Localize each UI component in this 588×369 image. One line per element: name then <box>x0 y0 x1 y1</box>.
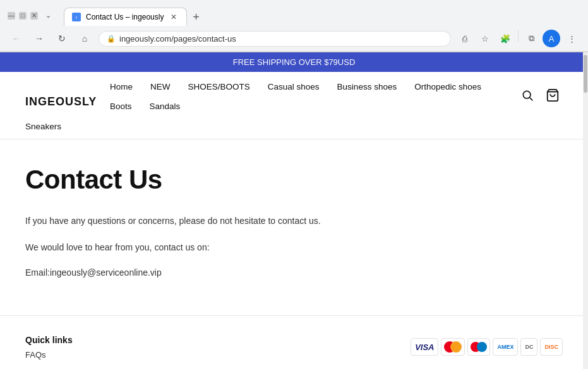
payment-maestro <box>467 338 490 356</box>
site-footer: Quick links FAQs VISA <box>0 315 588 369</box>
scrollbar-thumb[interactable] <box>584 55 587 93</box>
active-tab[interactable]: i Contact Us – ingeously ✕ <box>64 8 187 26</box>
faqs-link[interactable]: FAQs <box>25 350 73 360</box>
collapse-icon: ⌄ <box>45 11 51 20</box>
svg-line-1 <box>530 98 533 101</box>
tab-title: Contact Us – ingeously <box>86 13 164 21</box>
profile-button[interactable]: A <box>543 30 560 47</box>
extensions-button[interactable]: 🧩 <box>496 30 514 47</box>
toolbar-actions: ⎙ ☆ 🧩 ⧉ A ⋮ <box>456 30 580 47</box>
cart-button[interactable] <box>543 86 563 107</box>
tab-bar: i Contact Us – ingeously ✕ + <box>56 8 580 26</box>
search-icon <box>521 89 534 104</box>
browser-toolbar: ← → ↻ ⌂ 🔒 ingeously.com/pages/contact-us… <box>0 26 588 52</box>
nav-item-sandals[interactable]: Sandals <box>141 102 189 121</box>
close-button[interactable]: ✕ <box>30 12 38 20</box>
maximize-button[interactable]: □ <box>19 12 27 20</box>
nav-item-new[interactable]: NEW <box>141 82 179 102</box>
contact-paragraph-2: We would love to hear from you, contact … <box>25 240 563 254</box>
page-title: Contact Us <box>25 165 563 195</box>
payment-mastercard <box>441 338 465 356</box>
address-bar[interactable]: 🔒 ingeously.com/pages/contact-us <box>99 31 451 47</box>
payment-amex: AMEX <box>493 338 518 356</box>
main-content: Contact Us If you have any questions or … <box>0 139 588 315</box>
promo-text: FREE SHIPPING OVER $79USD <box>233 57 356 67</box>
home-button[interactable]: ⌂ <box>76 30 93 47</box>
footer-left: Quick links FAQs <box>25 335 73 360</box>
contact-email: Email:ingeously@serviceonline.vip <box>25 267 563 278</box>
split-button[interactable]: ⧉ <box>522 30 540 47</box>
browser-titlebar: — □ ✕ ⌄ i Contact Us – ingeously ✕ + <box>0 0 588 26</box>
site-header: INGEOUSLY Home NEW SHOES/BOOTS Casual sh… <box>0 72 588 139</box>
payment-icons: VISA AMEX <box>411 338 563 356</box>
site-logo[interactable]: INGEOUSLY <box>25 95 101 108</box>
window-controls: — □ ✕ <box>8 12 38 20</box>
nav-item-home[interactable]: Home <box>101 82 141 102</box>
cart-icon <box>546 88 560 105</box>
back-button[interactable]: ← <box>8 30 25 47</box>
promo-bar: FREE SHIPPING OVER $79USD <box>0 52 588 72</box>
url-text: ingeously.com/pages/contact-us <box>119 34 443 44</box>
contact-paragraph-1: If you have any questions or concerns, p… <box>25 214 563 228</box>
toolbar-divider <box>518 30 519 42</box>
maestro-blue <box>477 342 487 352</box>
nav-item-business-shoes[interactable]: Business shoes <box>328 82 406 102</box>
forward-button[interactable]: → <box>30 30 48 47</box>
tab-close-button[interactable]: ✕ <box>169 12 179 22</box>
browser-chrome: — □ ✕ ⌄ i Contact Us – ingeously ✕ + ← →… <box>0 0 588 52</box>
header-inner: INGEOUSLY Home NEW SHOES/BOOTS Casual sh… <box>25 72 563 121</box>
nav-item-boots[interactable]: Boots <box>101 102 141 121</box>
bookmark-button[interactable]: ☆ <box>476 30 494 47</box>
nav-item-shoes-boots[interactable]: SHOES/BOOTS <box>179 82 259 102</box>
quick-links-heading: Quick links <box>25 335 73 345</box>
payment-visa: VISA <box>411 338 438 356</box>
new-tab-button[interactable]: + <box>187 8 205 26</box>
site-wrapper: FREE SHIPPING OVER $79USD INGEOUSLY Home… <box>0 52 588 369</box>
nav-row2: Sneakers <box>25 121 563 139</box>
payment-diners: DC <box>520 338 537 356</box>
minimize-button[interactable]: — <box>8 12 15 20</box>
reload-button[interactable]: ↻ <box>53 30 71 47</box>
header-icons <box>517 86 563 117</box>
payment-discover: DISC <box>540 338 563 356</box>
mc-yellow-circle <box>450 341 462 353</box>
browser-content-area: FREE SHIPPING OVER $79USD INGEOUSLY Home… <box>0 52 588 369</box>
share-button[interactable]: ⎙ <box>456 30 474 47</box>
nav-item-casual-shoes[interactable]: Casual shoes <box>259 82 328 102</box>
scrollbar[interactable] <box>583 52 588 369</box>
main-nav: Home NEW SHOES/BOOTS Casual shoes Busine… <box>101 82 517 121</box>
lock-icon: 🔒 <box>107 35 116 43</box>
nav-item-orthopedic-shoes[interactable]: Orthopedic shoes <box>405 82 490 102</box>
search-button[interactable] <box>517 86 537 107</box>
more-menu-button[interactable]: ⋮ <box>563 30 580 47</box>
tab-favicon: i <box>72 13 81 21</box>
svg-point-0 <box>523 91 531 98</box>
nav-item-sneakers[interactable]: Sneakers <box>25 122 70 141</box>
